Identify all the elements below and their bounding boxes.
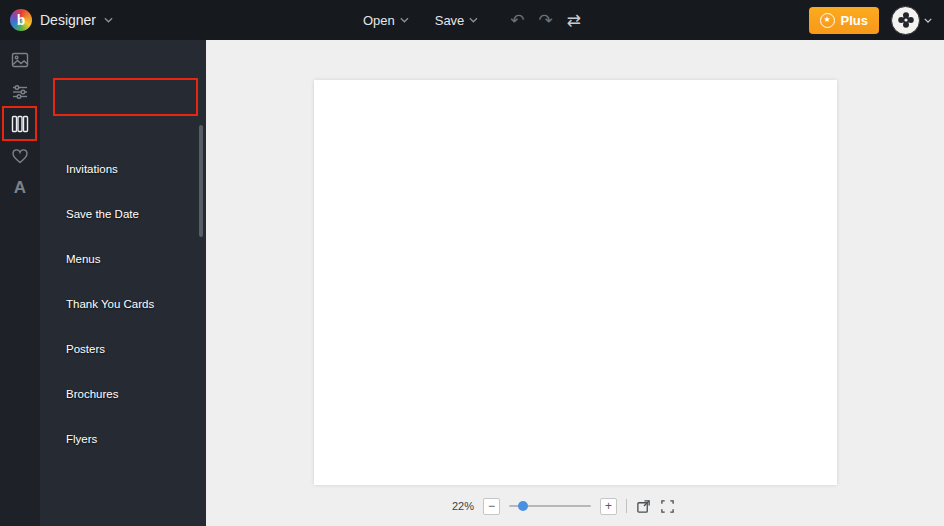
designer-app: b Designer Open Save ↶ ↷ xyxy=(0,0,944,526)
top-right-controls: ★ Plus xyxy=(809,0,944,40)
app-title: Designer xyxy=(40,12,96,28)
zoom-slider-handle[interactable] xyxy=(518,501,528,511)
rail-item-text[interactable]: A xyxy=(0,172,40,204)
template-item-label: Save the Date xyxy=(66,208,139,220)
template-item-label: Menus xyxy=(66,253,101,265)
open-label: Open xyxy=(363,13,395,28)
panel-scrollbar[interactable] xyxy=(199,125,203,237)
sliders-icon xyxy=(11,83,29,101)
text-tool-icon: A xyxy=(14,178,26,198)
redo-icon[interactable]: ↷ xyxy=(539,12,553,29)
zoom-level: 22% xyxy=(452,500,474,512)
zoom-toolbar: 22% − + xyxy=(452,494,675,518)
tool-rail: A xyxy=(0,40,40,526)
avatar-flower-icon xyxy=(897,11,915,29)
save-label: Save xyxy=(435,13,465,28)
zoom-out-button[interactable]: − xyxy=(483,498,500,515)
template-item-label: Invitations xyxy=(66,163,118,175)
export-icon xyxy=(636,499,651,514)
design-canvas[interactable] xyxy=(314,80,837,485)
top-bar: b Designer Open Save ↶ ↷ xyxy=(0,0,944,40)
logo-letter: b xyxy=(17,13,26,27)
divider xyxy=(626,499,627,513)
chevron-down-icon xyxy=(924,18,932,23)
chevron-down-icon xyxy=(400,17,409,23)
heart-icon xyxy=(11,147,29,165)
top-center-menu: Open Save ↶ ↷ ⇄ xyxy=(363,0,581,40)
chevron-down-icon xyxy=(469,17,478,23)
open-menu[interactable]: Open xyxy=(363,13,409,28)
plus-upgrade-button[interactable]: ★ Plus xyxy=(809,7,879,34)
zoom-slider[interactable] xyxy=(509,499,591,513)
account-menu[interactable] xyxy=(891,6,932,35)
save-menu[interactable]: Save xyxy=(435,13,479,28)
star-badge-icon: ★ xyxy=(820,13,835,28)
templates-columns-icon xyxy=(11,115,29,133)
template-item-label: Thank You Cards xyxy=(66,298,154,310)
rail-item-favorites[interactable] xyxy=(0,140,40,172)
star-glyph: ★ xyxy=(823,16,830,24)
history-controls: ↶ ↷ ⇄ xyxy=(510,12,581,29)
refresh-icon[interactable]: ⇄ xyxy=(567,12,581,29)
fullscreen-icon xyxy=(660,499,675,514)
undo-icon[interactable]: ↶ xyxy=(510,12,524,29)
rail-item-adjust[interactable] xyxy=(0,76,40,108)
plus-label: Plus xyxy=(841,13,868,28)
template-item-label: Posters xyxy=(66,343,105,355)
rail-item-templates[interactable] xyxy=(0,108,40,140)
zoom-in-button[interactable]: + xyxy=(600,498,617,515)
template-item-label: Flyers xyxy=(66,433,97,445)
chevron-down-icon xyxy=(104,17,113,23)
template-item-label: Brochures xyxy=(66,388,118,400)
image-icon xyxy=(11,51,29,69)
rail-item-image[interactable] xyxy=(0,44,40,76)
fullscreen-button[interactable] xyxy=(660,499,675,514)
app-menu[interactable]: b Designer xyxy=(0,9,113,31)
befunky-logo-icon: b xyxy=(10,9,32,31)
fit-to-screen-button[interactable] xyxy=(636,499,651,514)
avatar xyxy=(891,6,920,35)
